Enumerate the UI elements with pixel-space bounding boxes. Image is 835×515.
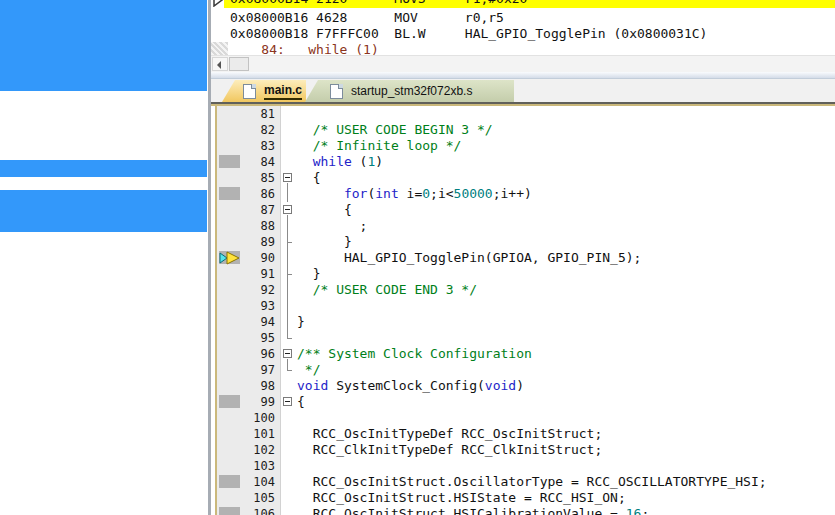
collapse-icon[interactable]	[283, 397, 292, 406]
line-number: 98	[243, 378, 281, 394]
line-number: 96	[243, 346, 281, 362]
code-text[interactable]: }	[295, 266, 835, 282]
tab-label: startup_stm32f072xb.s	[351, 84, 472, 98]
breakpoint-margin[interactable]	[217, 234, 243, 250]
breakpoint-margin[interactable]	[217, 362, 243, 378]
disassembly-hscrollbar[interactable]	[211, 55, 835, 72]
code-text[interactable]	[295, 458, 835, 474]
breakpoint-margin[interactable]	[217, 490, 243, 506]
code-text[interactable]	[295, 410, 835, 426]
line-number: 94	[243, 314, 281, 330]
code-text[interactable]: }	[295, 234, 835, 250]
code-text[interactable]: */	[295, 362, 835, 378]
breakpoint-margin[interactable]	[217, 106, 243, 122]
collapse-icon[interactable]	[283, 205, 292, 214]
pane-splitter-horizontal[interactable]	[211, 72, 835, 79]
code-line: 106 RCC_OscInitStruct.HSICalibrationValu…	[217, 506, 835, 515]
breakpoint-margin[interactable]	[217, 458, 243, 474]
tab-main-c[interactable]: main.c	[222, 80, 306, 102]
code-text[interactable]: /** System Clock Configuration	[295, 346, 835, 362]
fold-margin	[281, 490, 295, 506]
code-text[interactable]: /* Infinite loop */	[295, 138, 835, 154]
code-line: 103	[217, 458, 835, 474]
breakpoint-margin[interactable]	[217, 346, 243, 362]
line-number: 92	[243, 282, 281, 298]
fold-margin	[281, 298, 295, 314]
breakpoint-margin[interactable]	[217, 122, 243, 138]
code-fold-toggle[interactable]	[281, 394, 295, 410]
scrollbar-thumb[interactable]	[229, 57, 249, 71]
disassembly-margin[interactable]	[211, 0, 228, 55]
line-number: 83	[243, 138, 281, 154]
breakpoint-margin[interactable]	[217, 154, 243, 170]
breakpoint-margin[interactable]	[217, 170, 243, 186]
code-text[interactable]: RCC_OscInitStruct.OscillatorType = RCC_O…	[295, 474, 835, 490]
breakpoint-margin[interactable]	[217, 186, 243, 202]
breakpoint-margin[interactable]	[217, 298, 243, 314]
fold-margin	[281, 506, 295, 515]
code-line: 82 /* USER CODE BEGIN 3 */	[217, 122, 835, 138]
code-text[interactable]: RCC_OscInitStruct.HSIState = RCC_HSI_ON;	[295, 490, 835, 506]
code-line: 98void SystemClock_Config(void)	[217, 378, 835, 394]
code-text[interactable]: RCC_OscInitTypeDef RCC_OscInitStruct;	[295, 426, 835, 442]
code-text[interactable]: while (1)	[295, 154, 835, 170]
breakpoint-margin[interactable]	[217, 506, 243, 515]
breakpoint-margin[interactable]	[217, 330, 243, 346]
breakpoint-margin[interactable]	[217, 138, 243, 154]
fold-margin	[281, 234, 295, 250]
line-number: 101	[243, 426, 281, 442]
fold-margin	[281, 458, 295, 474]
code-text[interactable]	[295, 330, 835, 346]
breakpoint-margin[interactable]	[217, 266, 243, 282]
code-text[interactable]: {	[295, 170, 835, 186]
code-text[interactable]: ;	[295, 218, 835, 234]
breakpoint-margin[interactable]	[217, 282, 243, 298]
line-number: 84	[243, 154, 281, 170]
disassembly-source-line: 84: while (1)	[230, 42, 379, 55]
code-text[interactable]: RCC_ClkInitTypeDef RCC_ClkInitStruct;	[295, 442, 835, 458]
scroll-left-button[interactable]	[212, 57, 228, 71]
fold-margin	[281, 122, 295, 138]
code-text[interactable]	[295, 106, 835, 122]
disassembly-pane[interactable]: 0x08000B14 2120 MOVS r1,#0x20 0x08000B16…	[211, 0, 835, 55]
code-editor[interactable]: 8182 /* USER CODE BEGIN 3 */83 /* Infini…	[211, 106, 835, 515]
code-text[interactable]: {	[295, 202, 835, 218]
code-text[interactable]	[295, 298, 835, 314]
code-text[interactable]: HAL_GPIO_TogglePin(GPIOA, GPIO_PIN_5);	[295, 250, 835, 266]
code-text[interactable]: for(int i=0;i<50000;i++)	[295, 186, 835, 202]
breakpoint-margin[interactable]	[217, 474, 243, 490]
collapse-icon[interactable]	[283, 349, 292, 358]
breakpoint-margin[interactable]	[217, 314, 243, 330]
disassembly-source-hatch	[211, 42, 228, 55]
fold-margin	[281, 314, 295, 330]
code-fold-toggle[interactable]	[281, 170, 295, 186]
tab-startup-stm32f072xb-s[interactable]: startup_stm32f072xb.s	[305, 80, 514, 102]
code-text[interactable]: /* USER CODE BEGIN 3 */	[295, 122, 835, 138]
code-text[interactable]: RCC_OscInitStruct.HSICalibrationValue = …	[295, 506, 835, 515]
collapse-icon[interactable]	[283, 173, 292, 182]
line-number: 86	[243, 186, 281, 202]
background-highlight-block	[0, 160, 207, 177]
code-text[interactable]: }	[295, 314, 835, 330]
line-number: 102	[243, 442, 281, 458]
code-line: 88 ;	[217, 218, 835, 234]
breakpoint-margin[interactable]	[217, 442, 243, 458]
fold-margin	[281, 442, 295, 458]
code-presence-marker	[219, 507, 240, 515]
code-fold-toggle[interactable]	[281, 202, 295, 218]
code-fold-toggle[interactable]	[281, 346, 295, 362]
code-text[interactable]: void SystemClock_Config(void)	[295, 378, 835, 394]
breakpoint-margin[interactable]	[217, 202, 243, 218]
breakpoint-margin[interactable]	[217, 378, 243, 394]
breakpoint-margin[interactable]	[217, 250, 243, 266]
breakpoint-margin[interactable]	[217, 410, 243, 426]
breakpoint-margin[interactable]	[217, 394, 243, 410]
document-tab-bar: main.c startup_stm32f072xb.s	[211, 79, 835, 102]
code-text[interactable]: {	[295, 394, 835, 410]
breakpoint-margin[interactable]	[217, 426, 243, 442]
breakpoint-margin[interactable]	[217, 218, 243, 234]
fold-margin	[281, 474, 295, 490]
code-text[interactable]: /* USER CODE END 3 */	[295, 282, 835, 298]
fold-margin	[281, 106, 295, 122]
code-line: 104 RCC_OscInitStruct.OscillatorType = R…	[217, 474, 835, 490]
